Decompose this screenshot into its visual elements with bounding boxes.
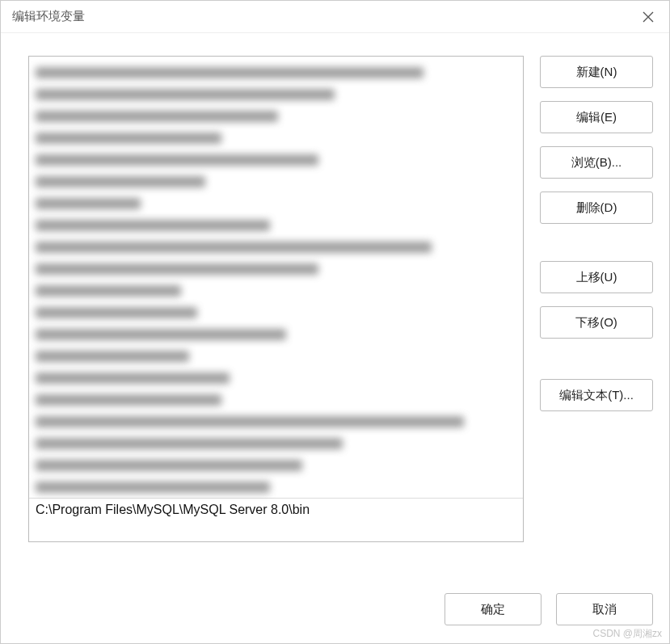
list-item[interactable] xyxy=(36,301,516,323)
list-item[interactable] xyxy=(36,61,516,83)
list-item[interactable] xyxy=(36,432,516,454)
list-item[interactable] xyxy=(36,214,516,236)
list-item[interactable] xyxy=(36,345,516,367)
list-item[interactable] xyxy=(36,389,516,410)
dialog-title: 编辑环境变量 xyxy=(12,9,85,24)
list-item[interactable] xyxy=(36,192,516,214)
edit-text-button[interactable]: 编辑文本(T)... xyxy=(540,379,653,411)
cancel-button[interactable]: 取消 xyxy=(556,593,653,625)
edit-button[interactable]: 编辑(E) xyxy=(540,101,653,133)
move-up-button[interactable]: 上移(U) xyxy=(540,261,653,293)
list-item[interactable] xyxy=(36,323,516,345)
move-down-button[interactable]: 下移(O) xyxy=(540,306,653,339)
list-item[interactable] xyxy=(36,454,516,476)
titlebar: 编辑环境变量 xyxy=(1,1,669,33)
side-button-column: 新建(N) 编辑(E) 浏览(B)... 删除(D) 上移(U) 下移(O) 编… xyxy=(540,56,653,574)
dialog-body: C:\Program Files\MySQL\MySQL Server 8.0\… xyxy=(1,33,669,585)
list-item[interactable] xyxy=(36,105,516,127)
list-item[interactable] xyxy=(36,476,516,498)
browse-button[interactable]: 浏览(B)... xyxy=(540,146,653,179)
list-item-text: C:\Program Files\MySQL\MySQL Server 8.0\… xyxy=(36,503,310,517)
new-button[interactable]: 新建(N) xyxy=(540,56,653,88)
list-item[interactable]: C:\Program Files\MySQL\MySQL Server 8.0\… xyxy=(29,498,523,520)
env-var-dialog: 编辑环境变量 C:\Program Files\MySQL\MySQL Serv… xyxy=(0,0,670,644)
list-item[interactable] xyxy=(36,367,516,389)
blurred-entries xyxy=(29,57,523,498)
delete-button[interactable]: 删除(D) xyxy=(540,192,653,224)
list-item[interactable] xyxy=(36,149,516,170)
close-icon xyxy=(643,11,654,23)
list-item[interactable] xyxy=(36,410,516,432)
ok-button[interactable]: 确定 xyxy=(445,593,541,625)
list-item[interactable] xyxy=(36,258,516,280)
list-item[interactable] xyxy=(36,170,516,192)
close-button[interactable] xyxy=(637,6,659,28)
path-list[interactable]: C:\Program Files\MySQL\MySQL Server 8.0\… xyxy=(28,56,524,542)
list-item[interactable] xyxy=(36,236,516,258)
dialog-footer: 确定 取消 xyxy=(1,585,669,643)
list-item[interactable] xyxy=(36,280,516,301)
list-item[interactable] xyxy=(36,127,516,149)
list-item[interactable] xyxy=(36,83,516,105)
